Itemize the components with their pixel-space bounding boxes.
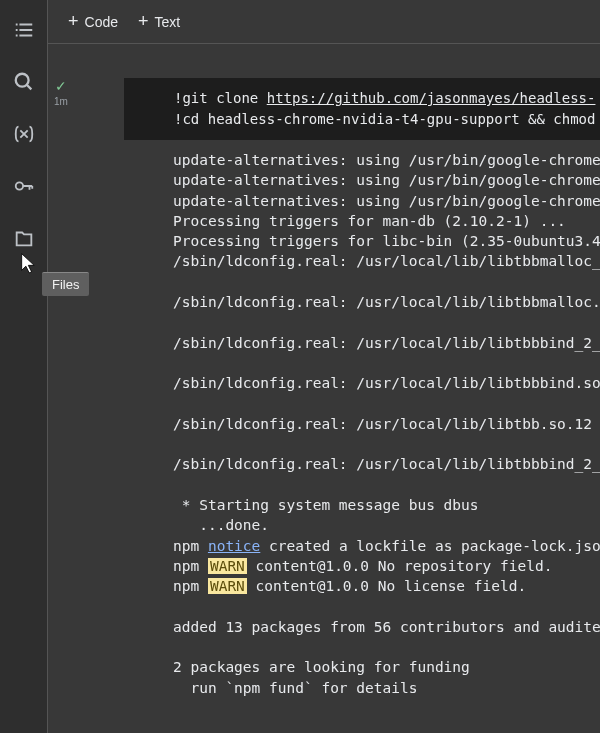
svg-line-1: [26, 85, 31, 90]
npm-warn-line: npm WARN content@1.0.0 No repository fie…: [173, 558, 552, 574]
variables-icon[interactable]: [12, 122, 36, 146]
add-code-button[interactable]: + Code: [68, 11, 118, 32]
output-line: /sbin/ldconfig.real: /usr/local/lib/libt…: [173, 456, 600, 472]
output-line: /sbin/ldconfig.real: /usr/local/lib/libt…: [173, 375, 600, 391]
output-line: Processing triggers for man-db (2.10.2-1…: [173, 213, 566, 229]
add-code-label: Code: [85, 14, 118, 30]
add-text-label: Text: [155, 14, 181, 30]
output-line: 2 packages are looking for funding: [173, 659, 470, 675]
output-line: added 13 packages from 56 contributors a…: [173, 619, 600, 635]
toc-icon[interactable]: [12, 18, 36, 42]
output: update-alternatives: using /usr/bin/goog…: [173, 150, 600, 698]
svg-point-0: [15, 74, 28, 87]
output-line: Processing triggers for libc-bin (2.35-0…: [173, 233, 600, 249]
npm-notice: notice: [208, 538, 260, 554]
files-icon[interactable]: [12, 226, 36, 250]
secrets-icon[interactable]: [12, 174, 36, 198]
code-line-2: !cd headless-chrome-nvidia-t4-gpu-suppor…: [174, 109, 588, 130]
add-text-button[interactable]: + Text: [138, 11, 180, 32]
npm-warn: WARN: [208, 578, 247, 594]
output-line: /sbin/ldconfig.real: /usr/local/lib/libt…: [173, 335, 600, 351]
npm-warn-line: npm WARN content@1.0.0 No license field.: [173, 578, 526, 594]
git-url[interactable]: https://github.com/jasonmayes/headless-: [267, 90, 596, 106]
svg-point-2: [15, 182, 22, 189]
code-line-1: !git clone https://github.com/jasonmayes…: [174, 88, 588, 109]
npm-warn: WARN: [208, 558, 247, 574]
output-line: update-alternatives: using /usr/bin/goog…: [173, 152, 600, 168]
main: + Code + Text ✓ 1m [1] !git clone https:…: [48, 0, 600, 733]
output-line: run `npm fund` for details: [173, 680, 417, 696]
output-line: /sbin/ldconfig.real: /usr/local/lib/libt…: [173, 253, 600, 269]
files-tooltip: Files: [42, 272, 89, 296]
check-icon: ✓: [55, 78, 67, 94]
output-line: /sbin/ldconfig.real: /usr/local/lib/libt…: [173, 416, 600, 432]
code-cell[interactable]: !git clone https://github.com/jasonmayes…: [124, 78, 600, 140]
output-line: update-alternatives: using /usr/bin/goog…: [173, 172, 600, 188]
output-line: /sbin/ldconfig.real: /usr/local/lib/libt…: [173, 294, 600, 310]
toolbar: + Code + Text: [48, 0, 600, 44]
cell-gutter: ✓ 1m: [54, 78, 68, 107]
output-line: * Starting system message bus dbus: [173, 497, 479, 513]
plus-icon: +: [138, 11, 149, 32]
output-line: update-alternatives: using /usr/bin/goog…: [173, 193, 600, 209]
output-line: ...done.: [173, 517, 269, 533]
plus-icon: +: [68, 11, 79, 32]
npm-notice-line: npm notice created a lockfile as package…: [173, 538, 600, 554]
search-icon[interactable]: [12, 70, 36, 94]
exec-time: 1m: [54, 96, 68, 107]
sidebar: [0, 0, 48, 733]
